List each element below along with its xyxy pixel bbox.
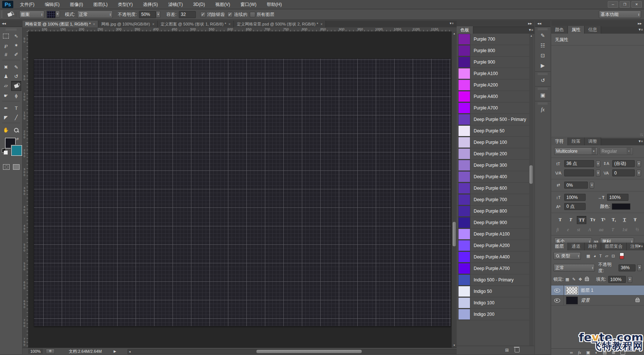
close-tab-icon[interactable]: × (228, 22, 231, 26)
maximize-button[interactable]: ❐ (620, 1, 630, 8)
swatches-scroll-thumb[interactable] (529, 165, 533, 184)
canvas-horizontal-scrollbar[interactable]: ◀ (127, 349, 468, 354)
tab-overflow-icon[interactable]: ▼≡ (449, 21, 457, 27)
horizontal-scale-input[interactable]: 100% (607, 194, 628, 201)
visibility-eye-icon[interactable] (554, 298, 560, 302)
layer-filter-select[interactable]: 类型 ▴▾ (553, 252, 581, 260)
close-button[interactable]: ✕ (631, 1, 642, 8)
filter-pixel-layers-icon[interactable]: ▦ (586, 254, 590, 258)
chevron-down-icon[interactable]: ▾ (596, 170, 600, 176)
checkbox-消除锯齿[interactable]: ✓消除锯齿 (200, 11, 225, 18)
chevron-down-icon[interactable]: ▾ (637, 160, 641, 167)
brush-presets-icon[interactable]: ☷ (535, 40, 551, 50)
zoom-level-field[interactable]: 100% (28, 349, 43, 354)
font-style-select[interactable]: Regular ▾ (600, 148, 633, 155)
panel-menu-icon[interactable]: ▼≡ (528, 28, 533, 32)
history-icon[interactable]: ↺ (535, 75, 551, 85)
swatch-row[interactable]: Deep Purple A100 (457, 229, 529, 240)
opentype-button[interactable]: ½ (636, 227, 639, 233)
canvas-vertical-scrollbar[interactable]: ▲ ▼ (452, 31, 457, 348)
baseline-shift-input[interactable]: 0 点 (564, 203, 586, 210)
path-selection-tool[interactable]: ◤ (1, 113, 11, 122)
collapse-left-icon[interactable]: ◀◀ (537, 22, 541, 25)
opacity-control[interactable]: 50% ▾ (139, 11, 160, 18)
text-style-button[interactable]: T₁ (610, 216, 619, 223)
delete-swatch-icon[interactable] (515, 348, 519, 352)
menu-item-3DD[interactable]: 3D(D) (188, 0, 210, 9)
tab-swatches[interactable]: 色板 (457, 26, 473, 34)
lock-transparency-icon[interactable]: ▦ (565, 277, 569, 282)
lock-all-icon[interactable] (585, 278, 589, 281)
styles-icon[interactable]: fx (535, 105, 551, 115)
healing-brush-tool[interactable]: ✖ (1, 62, 11, 72)
swatch-row[interactable]: Purple 700 (457, 34, 529, 45)
swatch-row[interactable]: Purple 800 (457, 45, 529, 57)
layer-fill-value[interactable]: 100% (608, 276, 626, 283)
text-style-button[interactable]: T (556, 216, 565, 223)
eyedropper-tool[interactable]: ✐ (11, 50, 21, 59)
tab-图层[interactable]: 图层 (551, 243, 568, 250)
checkbox-所有图层[interactable]: 所有图层 (250, 11, 275, 18)
clone-source-icon[interactable]: ⊡ (535, 50, 551, 60)
swatch-row[interactable]: Deep Purple 900 (457, 217, 529, 229)
new-swatch-icon[interactable]: ⊞ (505, 348, 509, 353)
paint-bucket-tool[interactable] (11, 81, 21, 91)
minimize-button[interactable]: ─ (608, 1, 618, 8)
libraries-icon[interactable]: ▣ (535, 90, 551, 100)
swatch-row[interactable]: Purple A200 (457, 80, 529, 91)
swatch-row[interactable]: Deep Purple A700 (457, 263, 529, 274)
collapse-right-icon[interactable]: ▶▶ (638, 22, 642, 25)
text-style-button[interactable]: Tᴛ (588, 216, 597, 223)
font-size-select[interactable]: 36 点 (564, 160, 594, 167)
leading-select[interactable]: (自动) (612, 160, 635, 167)
blend-mode-select[interactable]: 正常 ▴▾ (77, 11, 113, 18)
swatch-row[interactable]: Purple A400 (457, 91, 529, 102)
layer-blend-mode-select[interactable]: 正常 ▴▾ (553, 264, 595, 271)
swatch-row[interactable]: Purple A100 (457, 68, 529, 80)
history-brush-tool[interactable]: ↺ (11, 72, 21, 81)
screen-mode-button[interactable] (13, 164, 20, 170)
swatch-row[interactable]: Deep Purple 300 (457, 160, 529, 171)
tab-字符[interactable]: 字符 (551, 138, 568, 145)
swatch-row[interactable]: Indigo 500 - Primary (457, 274, 529, 286)
status-options-icon[interactable]: ⚙ (46, 349, 55, 354)
tab-属性[interactable]: 属性 (568, 26, 585, 34)
spacing-select[interactable]: 0% (564, 182, 588, 189)
tab-调整[interactable]: 调整 (585, 138, 601, 145)
tab-颜色[interactable]: 颜色 (551, 26, 568, 34)
tab-图层复合[interactable]: 图层复合 (601, 243, 627, 250)
menu-item-F[interactable]: 文件(F) (15, 0, 40, 9)
background-color-swatch[interactable] (11, 145, 22, 156)
opentype-button[interactable]: e (567, 227, 569, 233)
layer-style-icon[interactable]: fx (578, 350, 581, 355)
status-menu-arrow-icon[interactable]: ▶ (113, 349, 116, 353)
document-tab[interactable]: 定义图案 @ 500% (形状 1, RGB/8) *× (158, 21, 234, 27)
visibility-eye-icon[interactable] (554, 288, 560, 293)
text-color-swatch[interactable] (612, 203, 630, 210)
layer-group-icon[interactable]: ▤ (603, 350, 607, 355)
chevron-down-icon[interactable]: ▾ (637, 264, 642, 271)
scroll-down-icon[interactable]: ▼ (452, 343, 457, 348)
layer-mask-icon[interactable]: ▣ (586, 350, 590, 355)
menu-item-I[interactable]: 图像(I) (65, 0, 88, 9)
filter-shape-layers-icon[interactable]: ▱ (605, 254, 608, 258)
text-style-button[interactable]: Ŧ (631, 216, 640, 223)
magic-wand-tool[interactable]: ✶ (11, 41, 21, 50)
swatch-row[interactable]: Purple 900 (457, 57, 529, 68)
filter-smart-objects-icon[interactable]: ⊡ (611, 254, 615, 258)
workspace-select[interactable]: 基本功能 ▴▾ (599, 11, 641, 18)
panel-menu-icon[interactable]: ▼≡ (638, 139, 643, 143)
delete-layer-icon[interactable] (620, 350, 625, 355)
pen-tool[interactable]: ✒ (1, 104, 11, 113)
layer-row[interactable]: 背景 (551, 295, 644, 305)
kerning-select[interactable] (564, 169, 594, 176)
chevron-down-icon[interactable]: ▾ (637, 170, 641, 176)
swatch-row[interactable]: Deep Purple A200 (457, 240, 529, 251)
swatches-scrollbar[interactable]: ▲ ▼ (529, 34, 534, 352)
menu-item-E[interactable]: 编辑(E) (40, 0, 65, 9)
canvas-area[interactable] (28, 31, 452, 348)
vertical-scale-input[interactable]: 100% (564, 194, 586, 201)
text-style-button[interactable]: T (620, 216, 629, 223)
checkbox-连续的[interactable]: ✓连续的 (227, 11, 248, 18)
tracking-select[interactable]: 0 (612, 169, 635, 176)
